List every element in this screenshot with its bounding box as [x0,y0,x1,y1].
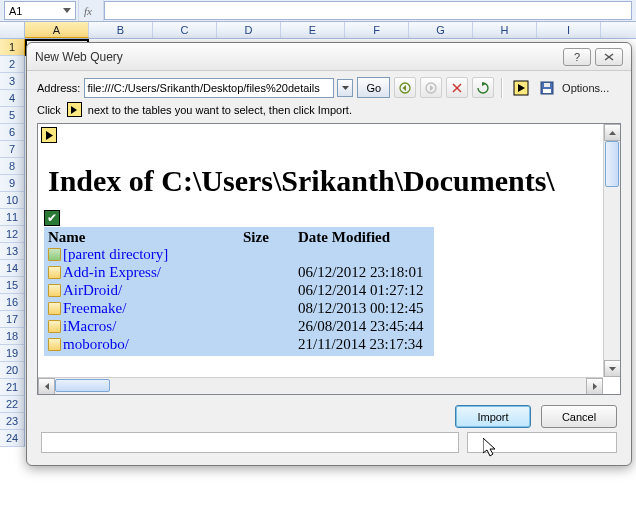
scroll-track[interactable] [55,378,586,395]
row-headers: 1 2 3 4 5 6 7 8 9 10 11 12 13 14 15 16 1… [0,39,25,447]
row-header[interactable]: 16 [0,294,25,311]
arrow-left-icon [399,82,411,94]
options-button[interactable]: Options... [562,82,609,94]
svg-text:fx: fx [84,5,92,17]
row-header[interactable]: 6 [0,124,25,141]
name-box-value: A1 [9,5,22,17]
col-header[interactable]: D [217,22,281,38]
row-header[interactable]: 14 [0,260,25,277]
status-row [27,428,631,453]
row-date: 06/12/2012 23:18:01 [298,264,434,281]
name-box[interactable]: A1 [4,1,76,20]
scroll-down-button[interactable] [604,360,621,377]
web-content[interactable]: Index of C:\Users\Srikanth\Documents\ ✔ … [38,124,603,377]
cancel-button[interactable]: Cancel [541,405,617,428]
row-header[interactable]: 8 [0,158,25,175]
nav-forward-button[interactable] [420,77,442,98]
directory-table: Name Size Date Modified [parent director… [44,227,434,356]
stop-icon [452,83,462,93]
help-button[interactable]: ? [563,48,591,66]
row-header[interactable]: 2 [0,56,25,73]
close-button[interactable] [595,48,623,66]
scroll-thumb[interactable] [55,379,110,392]
row-header[interactable]: 19 [0,345,25,362]
row-header[interactable]: 11 [0,209,25,226]
scroll-track[interactable] [604,141,620,360]
table-row[interactable]: iMacros/26/08/2014 23:45:44 [44,318,434,336]
scroll-up-button[interactable] [604,124,621,141]
row-header[interactable]: 23 [0,413,25,430]
address-history-dropdown[interactable] [337,79,353,97]
row-header[interactable]: 5 [0,107,25,124]
address-toolbar: Address: Go Options... [27,71,631,100]
stop-button[interactable] [446,77,468,98]
row-header[interactable]: 17 [0,311,25,328]
row-header[interactable]: 4 [0,90,25,107]
new-web-query-dialog: New Web Query ? Address: Go Options... C… [26,42,632,466]
col-header[interactable]: E [281,22,345,38]
row-date: 26/08/2014 23:45:44 [298,318,434,335]
scroll-thumb[interactable] [605,141,619,187]
svg-marker-19 [609,131,616,135]
dialog-titlebar[interactable]: New Web Query ? [27,43,631,71]
hint-text-post: next to the tables you want to select, t… [88,104,352,116]
table-row[interactable]: moborobo/21/11/2014 23:17:34 [44,336,434,354]
scroll-left-button[interactable] [38,378,55,395]
svg-marker-21 [45,383,49,390]
table-row[interactable]: [parent directory] [44,246,434,264]
col-header[interactable]: A [25,22,89,38]
fx-icon: fx [84,5,98,17]
row-header[interactable]: 7 [0,141,25,158]
row-header[interactable]: 20 [0,362,25,379]
row-header[interactable]: 24 [0,430,25,447]
svg-marker-18 [46,131,53,140]
col-header[interactable]: H [473,22,537,38]
vertical-scrollbar[interactable] [603,124,620,377]
col-header[interactable]: I [537,22,601,38]
row-header[interactable]: 1 [0,39,25,56]
svg-marker-0 [63,8,71,13]
fx-button[interactable]: fx [78,0,104,21]
save-query-button[interactable] [536,77,558,98]
table-row[interactable]: AirDroid/06/12/2014 01:27:12 [44,282,434,300]
select-all-corner[interactable] [0,22,25,38]
hide-show-icons-button[interactable] [510,77,532,98]
hide-arrow-icon [513,80,529,96]
svg-rect-16 [544,83,550,87]
horizontal-scrollbar[interactable] [38,377,603,394]
refresh-button[interactable] [472,77,494,98]
row-header[interactable]: 21 [0,379,25,396]
formula-input[interactable] [104,1,632,20]
column-headers: A B C D E F G H I [0,22,636,39]
select-marker-icon [67,102,82,117]
row-header[interactable]: 18 [0,328,25,345]
col-date: Date Modified [298,229,434,246]
row-name: iMacros/ [63,318,243,335]
row-name: Freemake/ [63,300,243,317]
row-header[interactable]: 10 [0,192,25,209]
row-header[interactable]: 22 [0,396,25,413]
row-header[interactable]: 9 [0,175,25,192]
address-input[interactable] [87,82,331,94]
table-selected-marker[interactable]: ✔ [44,210,60,226]
import-button[interactable]: Import [455,405,531,428]
hint-text-pre: Click [37,104,61,116]
go-button[interactable]: Go [357,77,390,98]
col-header[interactable]: B [89,22,153,38]
page-select-marker[interactable] [41,127,57,143]
svg-marker-22 [593,383,597,390]
folder-icon [48,302,61,315]
scroll-right-button[interactable] [586,378,603,395]
col-header[interactable]: F [345,22,409,38]
col-name: Name [48,229,243,246]
row-header[interactable]: 3 [0,73,25,90]
col-header[interactable]: G [409,22,473,38]
table-row[interactable]: Freemake/08/12/2013 00:12:45 [44,300,434,318]
table-row[interactable]: Add-in Express/06/12/2012 23:18:01 [44,264,434,282]
nav-back-button[interactable] [394,77,416,98]
row-header[interactable]: 13 [0,243,25,260]
chevron-down-icon[interactable] [63,8,71,13]
row-header[interactable]: 15 [0,277,25,294]
row-header[interactable]: 12 [0,226,25,243]
col-header[interactable]: C [153,22,217,38]
